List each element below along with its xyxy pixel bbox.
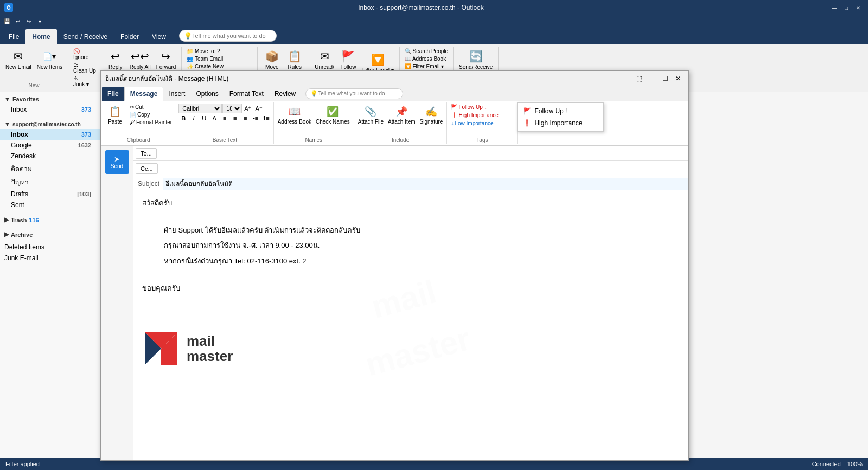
inbox-favorites-count: 373 bbox=[81, 106, 91, 113]
qa-undo-btn[interactable]: ↩ bbox=[13, 16, 23, 26]
attach-file-btn[interactable]: 📎 Attach File bbox=[356, 104, 385, 126]
sidebar-item-inbox-favorites[interactable]: Inbox 373 bbox=[0, 104, 100, 115]
tell-me-input[interactable] bbox=[192, 33, 272, 39]
cc-input[interactable] bbox=[160, 163, 688, 175]
compose-close-btn[interactable]: ✕ bbox=[672, 73, 684, 85]
underline-btn[interactable]: U bbox=[199, 114, 209, 122]
reply-all-btn[interactable]: ↩↩ Reply All bbox=[127, 48, 153, 71]
compose-tab-message[interactable]: Message bbox=[124, 87, 164, 101]
bullet-btn[interactable]: •≡ bbox=[251, 114, 260, 122]
follow-up-dropdown-item[interactable]: 🚩 Follow Up ! bbox=[518, 105, 603, 117]
high-importance-btn[interactable]: ❗ High Importance bbox=[449, 112, 515, 119]
move-to-btn[interactable]: 📁 Move to: ? bbox=[185, 48, 254, 55]
compose-fields: To... Cc... Subject mail master bbox=[133, 146, 688, 460]
compose-tab-review[interactable]: Review bbox=[269, 87, 301, 101]
attach-item-btn[interactable]: 📌 Attach Item bbox=[386, 104, 417, 126]
reply-label: Reply bbox=[108, 64, 123, 70]
font-color-btn[interactable]: A bbox=[209, 114, 219, 122]
to-button[interactable]: To... bbox=[136, 148, 157, 159]
tab-folder[interactable]: Folder bbox=[114, 29, 145, 44]
follow-up-compose-btn[interactable]: 🚩 Follow Up ↓ bbox=[449, 104, 515, 111]
numbered-btn[interactable]: 1≡ bbox=[261, 114, 271, 122]
address-book-btn[interactable]: 📖 Address Book bbox=[276, 104, 313, 126]
qa-save-btn[interactable]: 💾 bbox=[2, 16, 12, 26]
cleanup-btn[interactable]: 🗂 Clean Up bbox=[72, 61, 98, 74]
account-header[interactable]: ▼ support@mailmaster.co.th bbox=[0, 119, 100, 129]
bold-btn[interactable]: B bbox=[178, 114, 188, 122]
format-painter-icon: 🖌 bbox=[130, 119, 135, 125]
sidebar-item-google[interactable]: Google 1632 bbox=[0, 140, 100, 151]
attach-file-icon: 📎 bbox=[365, 105, 376, 119]
align-right-btn[interactable]: ≡ bbox=[240, 114, 250, 122]
tab-send-receive[interactable]: Send / Receive bbox=[57, 29, 114, 44]
shrink-font-btn[interactable]: A⁻ bbox=[253, 105, 264, 113]
compose-tell-me[interactable]: 💡 bbox=[305, 88, 403, 99]
send-column: ➤ Send bbox=[101, 146, 133, 460]
qa-redo-btn[interactable]: ↪ bbox=[24, 16, 34, 26]
qa-customize-btn[interactable]: ▾ bbox=[35, 16, 44, 26]
send-button[interactable]: ➤ Send bbox=[105, 150, 129, 174]
sidebar-item-folder2[interactable]: ปัญหา bbox=[0, 175, 100, 189]
compose-expand-btn[interactable]: ⬚ bbox=[633, 73, 645, 85]
compose-tab-format-text[interactable]: Format Text bbox=[224, 87, 269, 101]
sidebar-item-drafts[interactable]: Drafts [103] bbox=[0, 189, 100, 199]
sidebar-item-zendesk[interactable]: Zendesk bbox=[0, 151, 100, 162]
reply-icon: ↩ bbox=[111, 49, 120, 64]
ignore-btn[interactable]: 🚫 Ignore bbox=[72, 48, 90, 61]
drafts-count: [103] bbox=[77, 191, 91, 197]
quick-access-toolbar: 💾 ↩ ↪ ▾ bbox=[0, 15, 868, 27]
new-email-btn[interactable]: ✉ New Email bbox=[3, 48, 34, 71]
paste-btn[interactable]: 📋 Paste bbox=[103, 104, 127, 126]
copy-btn[interactable]: 📄 Copy bbox=[128, 111, 174, 118]
close-btn[interactable]: ✕ bbox=[853, 2, 864, 13]
font-family-select[interactable]: Calibri bbox=[178, 104, 222, 113]
compose-editor[interactable]: mail master สวัสดีครับ ฝ่าย Support ได้ร… bbox=[133, 191, 688, 460]
junk-btn[interactable]: ⚠ Junk ▾ bbox=[72, 75, 91, 88]
compose-tab-insert[interactable]: Insert bbox=[163, 87, 190, 101]
signature-btn[interactable]: ✍ Signature bbox=[418, 104, 445, 126]
sidebar-item-inbox[interactable]: Inbox 373 bbox=[0, 129, 100, 140]
tab-home[interactable]: Home bbox=[25, 29, 56, 44]
compose-restore-btn[interactable]: ☐ bbox=[659, 73, 671, 85]
italic-btn[interactable]: I bbox=[189, 114, 199, 122]
sidebar-item-folder1[interactable]: ติดตาม bbox=[0, 162, 100, 175]
compose-ribbon: 📋 Paste ✂ Cut 📄 Copy 🖌 Format Painter bbox=[101, 101, 688, 146]
favorites-header[interactable]: ▼ Favorites bbox=[0, 94, 100, 104]
format-painter-btn[interactable]: 🖌 Format Painter bbox=[128, 119, 174, 126]
subject-input[interactable] bbox=[163, 178, 688, 190]
tab-file[interactable]: File bbox=[2, 29, 25, 44]
compose-minimize-btn[interactable]: — bbox=[646, 73, 658, 85]
font-size-select[interactable]: 18 bbox=[222, 104, 242, 113]
sidebar-item-deleted[interactable]: Deleted Items bbox=[0, 242, 100, 253]
create-new-btn[interactable]: ✨ Create New bbox=[185, 63, 254, 70]
low-importance-btn[interactable]: ↓ Low Importance bbox=[449, 120, 515, 127]
move-btn[interactable]: 📦 Move bbox=[261, 48, 283, 71]
compose-tell-me-input[interactable] bbox=[318, 91, 398, 96]
forward-btn[interactable]: ↪ Forward bbox=[154, 48, 178, 71]
team-email-btn[interactable]: 👥 Team Email bbox=[185, 55, 254, 62]
cc-button[interactable]: Cc... bbox=[136, 163, 158, 174]
sidebar-item-junk[interactable]: Junk E-mail bbox=[0, 253, 100, 263]
search-people-btn[interactable]: 🔍 Search People bbox=[403, 48, 450, 55]
rules-btn[interactable]: 📋 Rules bbox=[284, 48, 305, 71]
minimize-btn[interactable]: — bbox=[829, 2, 840, 13]
sidebar-item-sent[interactable]: Sent bbox=[0, 199, 100, 210]
compose-tab-file[interactable]: File bbox=[102, 87, 124, 101]
cut-btn[interactable]: ✂ Cut bbox=[128, 104, 174, 111]
filter-email-find-btn[interactable]: 🔽 Filter Email ▾ bbox=[403, 63, 450, 70]
check-names-btn[interactable]: ✅ Check Names bbox=[314, 104, 352, 126]
trash-header[interactable]: ▶ Trash 116 bbox=[0, 215, 100, 225]
high-importance-dropdown-item[interactable]: ❗ High Importance bbox=[518, 117, 603, 129]
tab-view[interactable]: View bbox=[145, 29, 173, 44]
align-left-btn[interactable]: ≡ bbox=[220, 114, 229, 122]
maximize-btn[interactable]: □ bbox=[841, 2, 852, 13]
address-book-btn[interactable]: 📖 Address Book bbox=[403, 55, 450, 62]
archive-header[interactable]: ▶ Archive bbox=[0, 229, 100, 240]
compose-tab-options[interactable]: Options bbox=[190, 87, 224, 101]
tell-me-box[interactable]: 💡 bbox=[179, 30, 277, 42]
grow-font-btn[interactable]: A⁺ bbox=[242, 105, 253, 113]
to-input[interactable] bbox=[159, 147, 688, 159]
reply-btn[interactable]: ↩ Reply bbox=[105, 48, 126, 71]
align-center-btn[interactable]: ≡ bbox=[230, 114, 240, 122]
new-items-btn[interactable]: 📄▾ New Items bbox=[35, 48, 65, 71]
